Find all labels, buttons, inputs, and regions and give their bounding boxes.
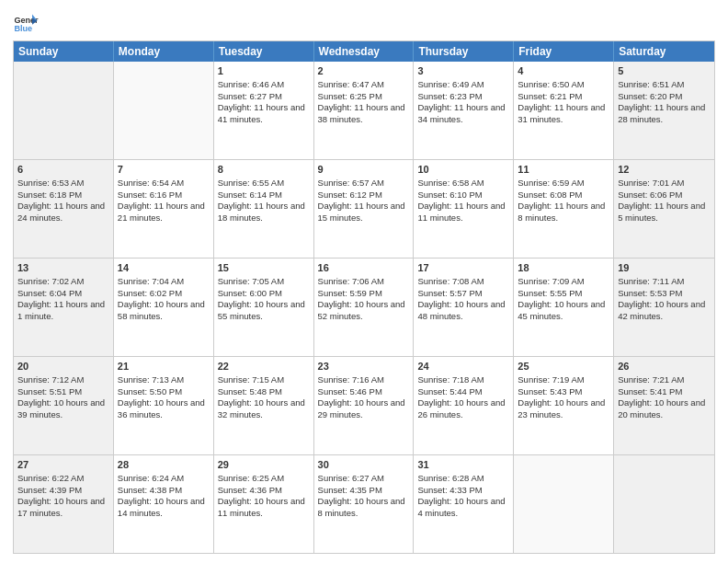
- daylight-text: Daylight: 11 hours and 31 minutes.: [518, 102, 605, 124]
- calendar-row-1: 6Sunrise: 6:53 AMSunset: 6:18 PMDaylight…: [14, 160, 714, 259]
- day-number: 29: [218, 458, 310, 472]
- cal-cell-0-4: 3Sunrise: 6:49 AMSunset: 6:23 PMDaylight…: [414, 62, 514, 159]
- daylight-text: Daylight: 10 hours and 58 minutes.: [118, 299, 205, 321]
- sunset-text: Sunset: 5:55 PM: [518, 288, 582, 298]
- day-number: 26: [618, 360, 711, 373]
- day-number: 24: [417, 360, 509, 373]
- sunrise-text: Sunrise: 7:16 AM: [318, 374, 384, 385]
- daylight-text: Daylight: 10 hours and 26 minutes.: [417, 397, 505, 419]
- day-number: 13: [17, 261, 109, 275]
- sunset-text: Sunset: 5:48 PM: [218, 386, 282, 396]
- sunset-text: Sunset: 6:10 PM: [417, 190, 482, 200]
- daylight-text: Daylight: 10 hours and 14 minutes.: [118, 496, 205, 518]
- sunset-text: Sunset: 4:33 PM: [417, 485, 482, 495]
- sunset-text: Sunset: 5:50 PM: [118, 386, 182, 396]
- calendar-header: SundayMondayTuesdayWednesdayThursdayFrid…: [14, 41, 714, 62]
- sunrise-text: Sunrise: 7:05 AM: [218, 276, 284, 286]
- daylight-text: Daylight: 10 hours and 36 minutes.: [118, 397, 205, 419]
- sunset-text: Sunset: 6:00 PM: [218, 288, 282, 298]
- cal-cell-0-6: 5Sunrise: 6:51 AMSunset: 6:20 PMDaylight…: [614, 62, 714, 159]
- cal-cell-3-3: 23Sunrise: 7:16 AMSunset: 5:46 PMDayligh…: [314, 357, 415, 454]
- sunrise-text: Sunrise: 6:51 AM: [618, 79, 684, 89]
- day-number: 5: [618, 64, 711, 78]
- daylight-text: Daylight: 11 hours and 8 minutes.: [518, 201, 605, 223]
- cal-cell-2-4: 17Sunrise: 7:08 AMSunset: 5:57 PMDayligh…: [414, 259, 514, 356]
- sunset-text: Sunset: 5:46 PM: [318, 386, 382, 396]
- calendar-row-4: 27Sunrise: 6:22 AMSunset: 4:39 PMDayligh…: [14, 455, 714, 553]
- sunrise-text: Sunrise: 7:08 AM: [417, 276, 483, 286]
- cal-cell-3-5: 25Sunrise: 7:19 AMSunset: 5:43 PMDayligh…: [514, 357, 614, 454]
- cal-cell-2-3: 16Sunrise: 7:06 AMSunset: 5:59 PMDayligh…: [314, 259, 415, 356]
- sunset-text: Sunset: 6:27 PM: [218, 91, 282, 101]
- cal-cell-1-0: 6Sunrise: 6:53 AMSunset: 6:18 PMDaylight…: [14, 160, 114, 258]
- calendar-body: 1Sunrise: 6:46 AMSunset: 6:27 PMDaylight…: [14, 62, 714, 553]
- cal-cell-3-1: 21Sunrise: 7:13 AMSunset: 5:50 PMDayligh…: [114, 357, 214, 454]
- cal-cell-0-3: 2Sunrise: 6:47 AMSunset: 6:25 PMDaylight…: [314, 62, 415, 159]
- sunset-text: Sunset: 5:59 PM: [318, 288, 382, 298]
- sunset-text: Sunset: 6:23 PM: [417, 91, 482, 101]
- sunset-text: Sunset: 6:25 PM: [318, 91, 382, 101]
- header-day-thursday: Thursday: [414, 41, 514, 62]
- day-number: 17: [417, 261, 509, 275]
- daylight-text: Daylight: 10 hours and 45 minutes.: [518, 299, 605, 321]
- day-number: 4: [518, 64, 609, 78]
- daylight-text: Daylight: 11 hours and 24 minutes.: [17, 201, 105, 223]
- sunrise-text: Sunrise: 6:49 AM: [417, 79, 483, 89]
- sunrise-text: Sunrise: 6:55 AM: [218, 178, 284, 188]
- cal-cell-1-1: 7Sunrise: 6:54 AMSunset: 6:16 PMDaylight…: [114, 160, 214, 258]
- daylight-text: Daylight: 11 hours and 38 minutes.: [318, 102, 405, 124]
- header: General Blue: [13, 9, 715, 35]
- cal-cell-3-0: 20Sunrise: 7:12 AMSunset: 5:51 PMDayligh…: [14, 357, 114, 454]
- sunset-text: Sunset: 5:53 PM: [618, 288, 682, 298]
- cal-cell-4-4: 31Sunrise: 6:28 AMSunset: 4:33 PMDayligh…: [414, 455, 514, 553]
- cal-cell-0-0: [14, 62, 114, 159]
- cal-cell-2-1: 14Sunrise: 7:04 AMSunset: 6:02 PMDayligh…: [114, 259, 214, 356]
- day-number: 27: [17, 458, 109, 472]
- calendar-row-2: 13Sunrise: 7:02 AMSunset: 6:04 PMDayligh…: [14, 259, 714, 357]
- sunrise-text: Sunrise: 6:28 AM: [417, 473, 483, 483]
- sunrise-text: Sunrise: 7:15 AM: [218, 374, 284, 385]
- sunrise-text: Sunrise: 7:02 AM: [17, 276, 84, 286]
- day-number: 12: [618, 163, 711, 177]
- day-number: 25: [518, 360, 609, 373]
- sunrise-text: Sunrise: 7:21 AM: [618, 374, 684, 385]
- cal-cell-4-5: [514, 455, 614, 553]
- cal-cell-0-5: 4Sunrise: 6:50 AMSunset: 6:21 PMDaylight…: [514, 62, 614, 159]
- day-number: 19: [618, 261, 711, 275]
- day-number: 14: [118, 261, 210, 275]
- cal-cell-4-2: 29Sunrise: 6:25 AMSunset: 4:36 PMDayligh…: [214, 455, 314, 553]
- sunrise-text: Sunrise: 7:19 AM: [518, 374, 584, 385]
- day-number: 1: [218, 64, 310, 78]
- daylight-text: Daylight: 10 hours and 52 minutes.: [318, 299, 405, 321]
- header-day-friday: Friday: [514, 41, 614, 62]
- sunrise-text: Sunrise: 6:53 AM: [17, 178, 84, 188]
- sunrise-text: Sunrise: 6:54 AM: [118, 178, 184, 188]
- sunrise-text: Sunrise: 6:22 AM: [17, 473, 84, 483]
- day-number: 30: [318, 458, 410, 472]
- cal-cell-2-2: 15Sunrise: 7:05 AMSunset: 6:00 PMDayligh…: [214, 259, 314, 356]
- sunrise-text: Sunrise: 7:04 AM: [118, 276, 184, 286]
- cal-cell-3-2: 22Sunrise: 7:15 AMSunset: 5:48 PMDayligh…: [214, 357, 314, 454]
- day-number: 18: [518, 261, 609, 275]
- sunset-text: Sunset: 4:35 PM: [318, 485, 382, 495]
- sunrise-text: Sunrise: 6:58 AM: [417, 178, 483, 188]
- sunrise-text: Sunrise: 6:46 AM: [218, 79, 284, 89]
- day-number: 16: [318, 261, 410, 275]
- header-day-sunday: Sunday: [14, 41, 114, 62]
- day-number: 15: [218, 261, 310, 275]
- day-number: 28: [118, 458, 210, 472]
- logo: General Blue: [13, 9, 42, 35]
- sunset-text: Sunset: 4:36 PM: [218, 485, 282, 495]
- sunrise-text: Sunrise: 7:12 AM: [17, 374, 84, 385]
- sunrise-text: Sunrise: 6:24 AM: [118, 473, 184, 483]
- cal-cell-0-1: [114, 62, 214, 159]
- cal-cell-4-1: 28Sunrise: 6:24 AMSunset: 4:38 PMDayligh…: [114, 455, 214, 553]
- daylight-text: Daylight: 10 hours and 23 minutes.: [518, 397, 605, 419]
- daylight-text: Daylight: 10 hours and 42 minutes.: [618, 299, 705, 321]
- daylight-text: Daylight: 11 hours and 18 minutes.: [218, 201, 305, 223]
- daylight-text: Daylight: 10 hours and 4 minutes.: [417, 496, 505, 518]
- sunset-text: Sunset: 4:38 PM: [118, 485, 182, 495]
- sunset-text: Sunset: 5:44 PM: [417, 386, 482, 396]
- cal-cell-3-6: 26Sunrise: 7:21 AMSunset: 5:41 PMDayligh…: [614, 357, 714, 454]
- header-day-wednesday: Wednesday: [314, 41, 415, 62]
